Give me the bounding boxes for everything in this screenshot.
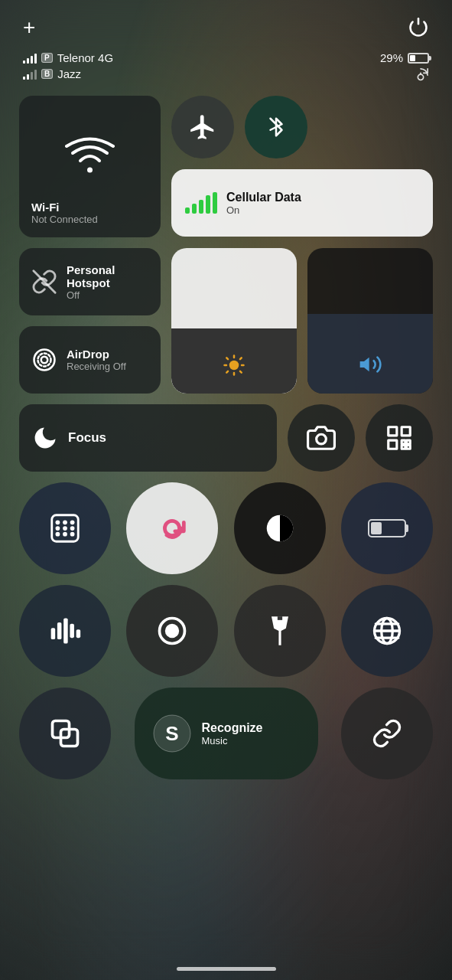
svg-point-0 bbox=[418, 74, 423, 80]
battery-status: 29% bbox=[380, 51, 429, 84]
hotspot-sub: Off bbox=[67, 289, 148, 301]
airdrop-tile[interactable]: AirDrop Receiving Off bbox=[19, 326, 161, 394]
wifi-tile[interactable]: Wi-Fi Not Connected bbox=[19, 96, 161, 237]
status-row: P Telenor 4G B Jazz 29% bbox=[15, 47, 437, 96]
carrier1-line: P Telenor 4G bbox=[23, 51, 113, 64]
carrier2-badge: B bbox=[41, 69, 53, 79]
row-controls-6: S Recognize Music bbox=[19, 688, 433, 779]
left-col-2: Personal Hotspot Off AirDrop Re bbox=[19, 248, 161, 394]
airplane-mode-button[interactable] bbox=[171, 96, 234, 158]
soundboard-button[interactable] bbox=[19, 585, 111, 677]
svg-text:S: S bbox=[165, 722, 178, 745]
svg-line-13 bbox=[240, 371, 242, 373]
airdrop-label: AirDrop bbox=[67, 348, 126, 361]
svg-rect-21 bbox=[402, 440, 405, 444]
svg-rect-37 bbox=[51, 628, 56, 639]
low-power-mode-button[interactable] bbox=[341, 482, 433, 574]
row-controls-1: Wi-Fi Not Connected bbox=[19, 96, 433, 237]
carrier1-badge: P bbox=[41, 53, 53, 63]
shazam-label: Recognize bbox=[202, 721, 263, 735]
top-bar: + bbox=[15, 0, 437, 47]
cellular-label: Cellular Data bbox=[226, 191, 301, 204]
globe-button[interactable] bbox=[341, 585, 433, 677]
shazam-sub: Music bbox=[202, 735, 263, 746]
carrier1-name: Telenor 4G bbox=[57, 51, 113, 64]
calculator-button[interactable] bbox=[19, 482, 111, 574]
rotate-lock-icon bbox=[412, 67, 429, 84]
svg-rect-41 bbox=[76, 629, 81, 638]
row-controls-3: Focus bbox=[19, 404, 433, 472]
svg-point-2 bbox=[87, 168, 93, 173]
row-controls-5 bbox=[19, 585, 433, 677]
focus-icon bbox=[31, 424, 59, 452]
svg-rect-23 bbox=[402, 446, 405, 449]
carrier2-name: Jazz bbox=[57, 67, 81, 80]
window-mode-button[interactable] bbox=[19, 688, 111, 779]
focus-label: Focus bbox=[68, 430, 106, 446]
screen-lock-rotation-button[interactable] bbox=[126, 482, 218, 574]
svg-rect-45 bbox=[278, 616, 282, 620]
dark-mode-button[interactable] bbox=[234, 482, 326, 574]
home-indicator bbox=[177, 967, 276, 971]
svg-point-5 bbox=[38, 354, 51, 367]
row-controls-2: Personal Hotspot Off AirDrop Re bbox=[19, 248, 433, 394]
volume-slider[interactable] bbox=[307, 248, 433, 394]
power-button[interactable] bbox=[408, 17, 429, 38]
svg-rect-40 bbox=[70, 624, 74, 638]
svg-point-4 bbox=[41, 357, 48, 364]
sliders-col bbox=[171, 248, 433, 394]
focus-tile[interactable]: Focus bbox=[19, 404, 277, 472]
brightness-slider[interactable] bbox=[171, 248, 297, 394]
flashlight-button[interactable] bbox=[234, 585, 326, 677]
airdrop-icon bbox=[31, 347, 57, 373]
battery-icon bbox=[408, 53, 429, 64]
add-button[interactable]: + bbox=[23, 15, 35, 40]
svg-marker-16 bbox=[360, 358, 369, 372]
svg-rect-38 bbox=[57, 622, 62, 639]
controls-grid: Wi-Fi Not Connected bbox=[15, 96, 437, 779]
screen-record-button[interactable] bbox=[126, 585, 218, 677]
svg-rect-20 bbox=[389, 440, 397, 449]
right-col-top: Cellular Data On bbox=[171, 96, 433, 237]
cellular-data-tile[interactable]: Cellular Data On bbox=[171, 169, 433, 237]
camera-button[interactable] bbox=[288, 404, 355, 472]
svg-rect-39 bbox=[63, 619, 68, 644]
qr-scanner-button[interactable] bbox=[366, 404, 433, 472]
hotspot-label: Personal Hotspot bbox=[67, 263, 148, 289]
carrier2-line: B Jazz bbox=[23, 67, 113, 80]
shazam-icon: S bbox=[153, 714, 191, 753]
shazam-tile[interactable]: S Recognize Music bbox=[135, 688, 318, 779]
svg-marker-44 bbox=[272, 616, 288, 645]
battery-percent: 29% bbox=[380, 51, 403, 64]
svg-point-7 bbox=[229, 361, 239, 371]
carriers: P Telenor 4G B Jazz bbox=[23, 51, 113, 80]
cellular-sub: On bbox=[226, 204, 301, 216]
svg-rect-22 bbox=[407, 440, 411, 444]
link-button[interactable] bbox=[341, 688, 433, 779]
svg-rect-18 bbox=[389, 427, 397, 436]
hotspot-icon bbox=[31, 269, 57, 295]
svg-line-14 bbox=[226, 371, 228, 373]
svg-rect-19 bbox=[402, 427, 410, 436]
svg-rect-24 bbox=[407, 446, 411, 449]
svg-line-12 bbox=[226, 358, 228, 359]
svg-point-17 bbox=[317, 434, 327, 444]
svg-line-15 bbox=[240, 358, 242, 359]
svg-point-43 bbox=[165, 624, 179, 638]
row-controls-4 bbox=[19, 482, 433, 574]
airdrop-sub: Receiving Off bbox=[67, 361, 126, 372]
hotspot-tile[interactable]: Personal Hotspot Off bbox=[19, 248, 161, 315]
bluetooth-button[interactable] bbox=[245, 96, 307, 158]
wifi-label: Wi-Fi Not Connected bbox=[31, 201, 148, 225]
